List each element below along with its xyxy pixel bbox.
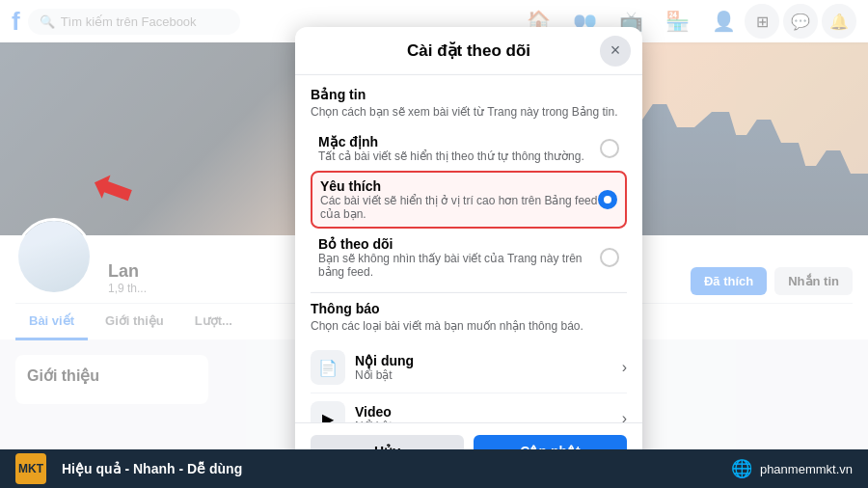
separator xyxy=(311,292,627,293)
video-label: Video xyxy=(355,404,612,420)
video-sublabel: Nổi bật xyxy=(355,420,612,422)
option-bo-theo-doi-text: Bỏ theo dõi Bạn sẽ không nhìn thấy bài v… xyxy=(318,236,600,279)
option-yeu-thich[interactable]: Yêu thích Các bài viết sẽ hiển thị ở vị … xyxy=(311,171,627,229)
option-yeu-thich-text: Yêu thích Các bài viết sẽ hiển thị ở vị … xyxy=(320,178,598,221)
modal-close-button[interactable]: × xyxy=(600,35,631,66)
modal-title: Cài đặt theo dõi xyxy=(407,41,530,61)
option-mac-dinh-text: Mặc định Tất cả bài viết sẽ hiển thị the… xyxy=(318,134,600,163)
video-icon: ▶ xyxy=(311,401,345,422)
thong-bao-title: Thông báo xyxy=(311,301,627,316)
bang-tin-desc: Chọn cách bạn sẽ xem bài viết từ Trang n… xyxy=(311,105,627,119)
option-bo-theo-doi-desc: Bạn sẽ không nhìn thấy bài viết của Tran… xyxy=(318,252,600,279)
bottom-right: 🌐 phanmemmkt.vn xyxy=(731,458,853,479)
thong-bao-section: Thông báo Chọn các loại bài viết mà bạn … xyxy=(311,301,627,333)
modal-body: Bảng tin Chọn cách bạn sẽ xem bài viết t… xyxy=(295,75,642,422)
option-mac-dinh-label: Mặc định xyxy=(318,134,600,149)
notif-noi-dung[interactable]: 📄 Nội dung Nổi bật › xyxy=(311,342,627,393)
thong-bao-desc: Chọn các loại bài viết mà bạn muốn nhận … xyxy=(311,319,627,333)
noi-dung-text: Nội dung Nổi bật xyxy=(355,353,612,382)
option-bo-theo-doi-label: Bỏ theo dõi xyxy=(318,236,600,252)
video-text: Video Nổi bật xyxy=(355,404,612,422)
option-mac-dinh-radio[interactable] xyxy=(600,139,619,158)
noi-dung-sublabel: Nổi bật xyxy=(355,368,612,382)
option-yeu-thich-radio[interactable] xyxy=(598,190,617,209)
notif-video[interactable]: ▶ Video Nổi bật › xyxy=(311,393,627,422)
option-mac-dinh[interactable]: Mặc định Tất cả bài viết sẽ hiển thị the… xyxy=(311,128,627,169)
follow-settings-modal: Cài đặt theo dõi × Bảng tin Chọn cách bạ… xyxy=(295,27,642,479)
website-link[interactable]: phanmemmkt.vn xyxy=(760,462,853,476)
globe-icon: 🌐 xyxy=(731,458,752,479)
noi-dung-icon: 📄 xyxy=(311,350,345,385)
option-bo-theo-doi-radio[interactable] xyxy=(600,248,619,267)
noi-dung-arrow: › xyxy=(622,359,627,376)
mkt-logo-box: MKT xyxy=(15,453,46,484)
mkt-logo: MKT xyxy=(15,453,46,484)
video-arrow: › xyxy=(622,410,627,422)
bottom-slogan: Hiệu quả - Nhanh - Dễ dùng xyxy=(62,461,242,476)
modal-header: Cài đặt theo dõi × xyxy=(295,27,642,75)
option-yeu-thich-label: Yêu thích xyxy=(320,178,598,194)
option-mac-dinh-desc: Tất cả bài viết sẽ hiển thị theo thứ tự … xyxy=(318,149,600,163)
noi-dung-label: Nội dung xyxy=(355,353,612,368)
bang-tin-section: Bảng tin Chọn cách bạn sẽ xem bài viết t… xyxy=(311,87,627,119)
option-yeu-thich-desc: Các bài viết sẽ hiển thị ở vị trí cao hơ… xyxy=(320,194,598,221)
bang-tin-title: Bảng tin xyxy=(311,87,627,102)
option-bo-theo-doi[interactable]: Bỏ theo dõi Bạn sẽ không nhìn thấy bài v… xyxy=(311,230,627,285)
bottom-bar: MKT Hiệu quả - Nhanh - Dễ dùng 🌐 phanmem… xyxy=(0,449,868,488)
